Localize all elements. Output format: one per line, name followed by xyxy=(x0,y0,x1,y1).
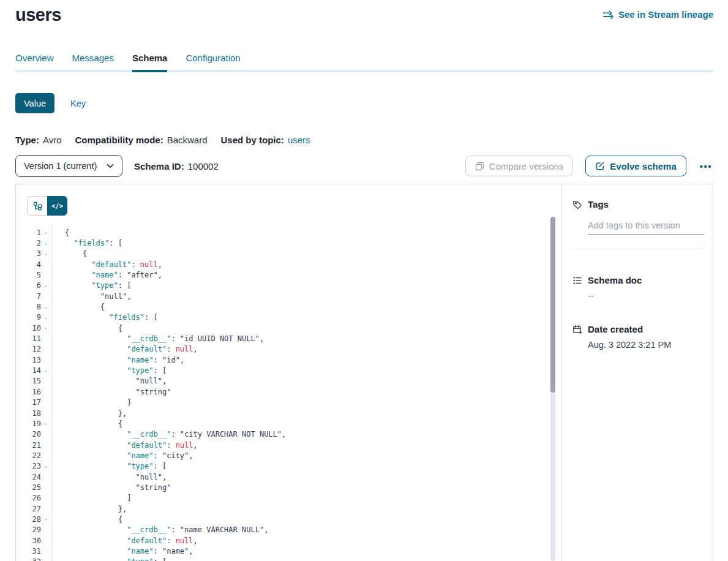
code-text: "__crdb__": "city VARCHAR NOT NULL", xyxy=(51,430,286,439)
key-toggle-button[interactable]: Key xyxy=(70,99,86,108)
page-title: users xyxy=(15,5,61,25)
tab-overview[interactable]: Overview xyxy=(15,53,54,72)
stream-lineage-link[interactable]: See in Stream lineage xyxy=(603,9,713,20)
tree-view-button[interactable] xyxy=(27,196,47,216)
code-line: 15 "null", xyxy=(16,376,552,386)
tab-messages[interactable]: Messages xyxy=(72,53,114,72)
list-icon xyxy=(572,276,582,285)
calendar-plus-icon xyxy=(572,325,582,334)
code-text: "__crdb__": "id UUID NOT NULL", xyxy=(51,334,264,343)
code-line: 21 "default": null, xyxy=(16,440,552,450)
fold-arrow-icon[interactable]: ▾ xyxy=(41,314,51,321)
tags-input[interactable] xyxy=(588,218,704,235)
line-number: 20 xyxy=(16,430,41,439)
line-number: 15 xyxy=(16,377,41,385)
topic-link[interactable]: users xyxy=(288,135,310,145)
fold-arrow-icon[interactable]: ▾ xyxy=(41,240,51,247)
fold-spacer xyxy=(41,497,51,499)
line-number: 28 xyxy=(16,515,41,524)
type-label: Type: xyxy=(15,135,39,145)
code-line: 13 "name": "id", xyxy=(16,355,552,365)
schema-doc-value: -- xyxy=(588,291,704,301)
fold-arrow-icon[interactable]: ▾ xyxy=(41,304,51,311)
version-bar: Version 1 (current) Schema ID: 100002 Co… xyxy=(15,155,713,177)
schema-meta-row: Type: Avro Compatibility mode: Backward … xyxy=(15,135,310,145)
code-line: 22 "name": "city", xyxy=(16,450,552,461)
chevron-down-icon xyxy=(107,164,114,168)
code-text: "fields": [ xyxy=(51,313,158,322)
code-line: 2▾ "fields": [ xyxy=(16,238,552,248)
tab-configuration[interactable]: Configuration xyxy=(186,53,240,72)
code-line: 18 }, xyxy=(16,408,552,418)
line-number: 19 xyxy=(16,420,41,428)
code-text: "name": "id", xyxy=(51,356,184,364)
edit-schema-icon xyxy=(595,161,605,171)
fold-spacer xyxy=(41,274,51,276)
schema-id-value: 100002 xyxy=(188,161,219,171)
date-created-title: Date created xyxy=(588,324,643,334)
code-text: "__crdb__": "name VARCHAR NULL", xyxy=(51,525,268,534)
fold-arrow-icon[interactable]: ▾ xyxy=(41,420,51,427)
schema-panel: </> 1▾{2▾ "fields": [3▾ {4 "default": nu… xyxy=(15,184,713,561)
fold-arrow-icon[interactable]: ▾ xyxy=(41,282,51,289)
fold-spacer xyxy=(41,529,51,530)
type-value: Avro xyxy=(43,135,62,145)
evolve-schema-button[interactable]: Evolve schema xyxy=(585,156,686,176)
code-text: }, xyxy=(51,409,127,418)
version-select[interactable]: Version 1 (current) xyxy=(15,155,122,177)
date-created-section: Date created Aug. 3 2022 3:21 PM xyxy=(572,324,704,350)
code-text: }, xyxy=(51,505,127,513)
fold-arrow-icon[interactable]: ▾ xyxy=(41,559,51,561)
code-line: 7 "null", xyxy=(16,291,552,301)
compare-versions-button[interactable]: Compare versions xyxy=(465,156,574,176)
schema-page: users See in Stream lineage Overview Mes… xyxy=(0,0,728,561)
fold-spacer xyxy=(41,434,51,435)
code-line: 8▾ { xyxy=(16,301,552,312)
code-text: "type": [ xyxy=(51,462,167,470)
fold-spacer xyxy=(41,338,51,339)
line-number: 24 xyxy=(16,473,41,481)
code-editor: </> 1▾{2▾ "fields": [3▾ {4 "default": nu… xyxy=(16,184,561,561)
fold-arrow-icon[interactable]: ▾ xyxy=(41,325,51,331)
code-line: 31 "name": "name", xyxy=(16,546,552,556)
value-toggle-button[interactable]: Value xyxy=(15,93,54,113)
fold-spacer xyxy=(41,296,51,297)
fold-arrow-icon[interactable]: ▾ xyxy=(41,463,51,470)
line-number: 11 xyxy=(16,334,41,343)
fold-arrow-icon[interactable]: ▾ xyxy=(41,229,51,236)
fold-spacer xyxy=(41,380,51,382)
code-line: 12 "default": null, xyxy=(16,344,552,355)
date-created-value: Aug. 3 2022 3:21 PM xyxy=(588,340,704,350)
line-number: 4 xyxy=(16,260,41,269)
line-number: 12 xyxy=(16,345,41,353)
code-line: 17 ] xyxy=(16,397,552,408)
tags-title: Tags xyxy=(588,199,609,209)
fold-arrow-icon[interactable]: ▾ xyxy=(41,516,51,522)
code-line: 10▾ { xyxy=(16,323,552,333)
code-view-button[interactable]: </> xyxy=(47,196,67,216)
editor-scrollbar[interactable] xyxy=(550,217,555,561)
fold-arrow-icon[interactable]: ▾ xyxy=(41,367,51,374)
value-key-toggle: Value Key xyxy=(15,93,86,113)
code-text: "type": [ xyxy=(51,557,167,561)
scrollbar-thumb[interactable] xyxy=(550,217,555,393)
fold-arrow-icon[interactable]: ▾ xyxy=(41,250,51,257)
code-line: 25 "string" xyxy=(16,482,552,492)
more-options-button[interactable]: ••• xyxy=(699,159,713,174)
code-text: "fields": [ xyxy=(51,239,122,247)
details-sidebar: Tags Schema doc -- xyxy=(561,184,713,561)
code-line: 27 }, xyxy=(16,503,552,514)
line-number: 26 xyxy=(16,494,41,502)
tags-section: Tags xyxy=(572,199,704,249)
line-number: 14 xyxy=(16,366,41,375)
line-number: 1 xyxy=(16,228,41,237)
line-number: 2 xyxy=(16,239,41,247)
tab-schema[interactable]: Schema xyxy=(132,53,168,72)
code-text: "default": null, xyxy=(51,260,162,269)
code-text: "default": null, xyxy=(51,345,198,353)
code-text: { xyxy=(51,303,105,311)
schema-doc-section: Schema doc -- xyxy=(572,275,704,301)
code-line: 29 "__crdb__": "name VARCHAR NULL", xyxy=(16,525,552,535)
schema-doc-title: Schema doc xyxy=(588,275,642,285)
fold-spacer xyxy=(41,402,51,403)
